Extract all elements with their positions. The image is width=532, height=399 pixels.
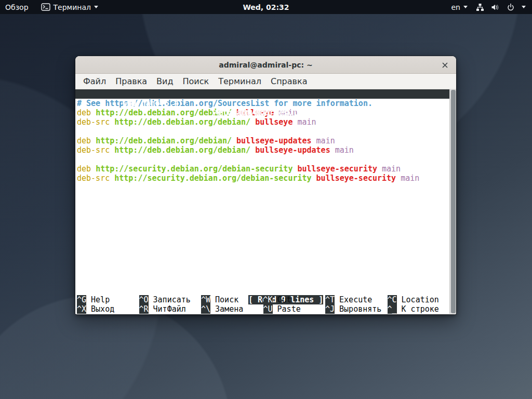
close-button[interactable] bbox=[437, 58, 452, 72]
chevron-down-icon bbox=[522, 6, 526, 8]
menu-terminal[interactable]: Терминал bbox=[214, 74, 266, 88]
chevron-down-icon bbox=[94, 6, 98, 8]
nano-shortcut[interactable]: ^CLocation bbox=[388, 295, 450, 304]
nano-shortcut[interactable]: ^OЗаписать bbox=[139, 295, 202, 304]
terminal-content[interactable]: GNU nano 5.4 /etc/apt/sources.list # See… bbox=[75, 89, 456, 314]
shortcut-label: Location bbox=[402, 295, 439, 304]
shortcut-key: ^\ bbox=[201, 304, 210, 314]
shortcut-key: ^C bbox=[388, 295, 397, 304]
app-menu-label: Терминал bbox=[54, 3, 91, 11]
menu-file[interactable]: Файл bbox=[78, 74, 111, 88]
scrollbar-thumb[interactable] bbox=[451, 90, 456, 313]
network-wired-icon bbox=[476, 3, 484, 11]
editor-line: deb http://deb.debian.org/debian/ bullse… bbox=[77, 136, 449, 145]
editor-line bbox=[77, 155, 449, 164]
menu-bar: Файл Правка Вид Поиск Терминал Справка bbox=[75, 74, 456, 89]
keyboard-layout-label: en bbox=[451, 3, 461, 11]
shortcut-key: ^G bbox=[77, 295, 86, 304]
nano-shortcut[interactable]: ^RЧитФайл bbox=[139, 304, 202, 314]
shortcut-key: ^J bbox=[325, 304, 335, 314]
window-title: admiral@admiral-pc: ~ bbox=[219, 61, 312, 69]
shortcut-label: Выход bbox=[91, 304, 114, 314]
scrollbar[interactable] bbox=[449, 89, 456, 314]
nano-shortcut[interactable]: ^GHelp bbox=[77, 295, 139, 304]
editor-line: deb http://security.debian.org/debian-se… bbox=[77, 164, 449, 174]
nano-shortcut[interactable]: ^KCut bbox=[263, 295, 326, 304]
shortcut-key: ^X bbox=[77, 304, 86, 314]
terminal-window: admiral@admiral-pc: ~ Файл Правка Вид По… bbox=[75, 56, 456, 314]
nano-shortcut[interactable]: ^_К строке bbox=[388, 304, 450, 314]
app-menu-button[interactable]: Терминал bbox=[36, 0, 103, 14]
nano-shortcut[interactable]: ^WПоиск bbox=[201, 295, 263, 304]
clock[interactable]: Wed, 02:32 bbox=[237, 0, 294, 14]
shortcut-key: ^R bbox=[139, 304, 149, 314]
nano-bottom-bars: [ Read 9 lines ] ^GHelp^OЗаписать^WПоиск… bbox=[75, 286, 449, 314]
chevron-down-icon bbox=[463, 6, 468, 8]
shortcut-label: Выровнять bbox=[339, 304, 381, 314]
window-titlebar[interactable]: admiral@admiral-pc: ~ bbox=[75, 56, 456, 74]
shortcut-key: ^_ bbox=[388, 304, 397, 314]
volume-icon bbox=[491, 3, 500, 11]
nano-shortcut[interactable]: ^TExecute bbox=[325, 295, 388, 304]
system-menu-button[interactable] bbox=[473, 0, 532, 14]
shortcut-label: К строке bbox=[402, 304, 439, 314]
editor-line: deb-src http://deb.debian.org/debian/ bu… bbox=[77, 117, 449, 127]
editor-line bbox=[77, 127, 449, 136]
editor-line: deb-src http://deb.debian.org/debian/ bu… bbox=[77, 145, 449, 155]
terminal-app-icon bbox=[41, 3, 50, 11]
nano-shortcut[interactable]: ^UPaste bbox=[263, 304, 326, 314]
shortcut-label: Paste bbox=[277, 304, 301, 314]
shortcut-key: ^U bbox=[263, 304, 273, 314]
menu-view[interactable]: Вид bbox=[152, 74, 178, 88]
nano-filename: /etc/apt/sources.list bbox=[75, 108, 449, 117]
shortcut-label: Execute bbox=[339, 295, 372, 304]
menu-search[interactable]: Поиск bbox=[178, 74, 214, 88]
activities-button[interactable]: Обзор bbox=[0, 0, 34, 14]
nano-shortcut[interactable]: ^JВыровнять bbox=[325, 304, 388, 314]
nano-titlebar: GNU nano 5.4 /etc/apt/sources.list bbox=[75, 89, 449, 99]
shortcut-label: Записать bbox=[153, 295, 191, 304]
nano-shortcut[interactable]: ^\Замена bbox=[201, 304, 263, 314]
keyboard-layout-button[interactable]: en bbox=[446, 0, 473, 14]
nano-shortcut[interactable]: ^XВыход bbox=[77, 304, 139, 314]
close-icon bbox=[442, 62, 448, 68]
nano-version: GNU nano 5.4 bbox=[113, 99, 178, 108]
nano-shortcuts: ^GHelp^OЗаписать^WПоиск^KCut^TExecute^CL… bbox=[75, 295, 449, 314]
editor-line: deb-src http://security.debian.org/debia… bbox=[77, 174, 449, 183]
menu-edit[interactable]: Правка bbox=[111, 74, 152, 88]
nano-status-row: [ Read 9 lines ] bbox=[75, 286, 449, 295]
shortcut-key: ^K bbox=[263, 295, 273, 304]
shortcut-label: Cut bbox=[277, 295, 291, 304]
shortcut-label: Замена bbox=[215, 304, 243, 314]
shortcut-key: ^O bbox=[139, 295, 149, 304]
menu-help[interactable]: Справка bbox=[266, 74, 312, 88]
shortcut-label: Help bbox=[91, 295, 110, 304]
shortcut-key: ^T bbox=[325, 295, 335, 304]
shortcut-label: ЧитФайл bbox=[153, 304, 186, 314]
top-bar: Обзор Терминал Wed, 02:32 en bbox=[0, 0, 532, 14]
power-icon bbox=[507, 3, 515, 11]
shortcut-label: Поиск bbox=[215, 295, 238, 304]
shortcut-key: ^W bbox=[201, 295, 210, 304]
